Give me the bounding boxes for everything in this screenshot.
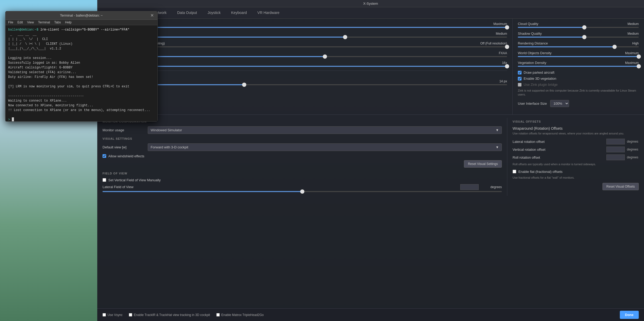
shadow-quality-label: Shadow Quality bbox=[518, 32, 618, 36]
aniso-value: 16x bbox=[486, 61, 507, 65]
rendering-distance-value: High bbox=[618, 42, 639, 45]
flat-offsets-desc: Use fractional offsets for a flat "wall"… bbox=[513, 176, 639, 180]
tab-vr-hardware[interactable]: VR Hardware bbox=[252, 7, 285, 18]
aniso-row: Anisotropic Filtering 16x bbox=[103, 61, 507, 67]
font-size-row: Font Size 14 px bbox=[103, 79, 507, 85]
font-size-value: 14 px bbox=[486, 79, 507, 83]
tab-data-output[interactable]: Data Output bbox=[172, 7, 202, 18]
default-view-label: Default view [w] bbox=[103, 145, 145, 149]
shadow-quality-slider[interactable] bbox=[518, 37, 639, 38]
visual-settings-header: VISUAL SETTINGS bbox=[103, 137, 502, 140]
set-vertical-fov-checkbox[interactable] bbox=[103, 178, 106, 182]
reset-visual-settings-row: Reset Visual Settings bbox=[103, 160, 502, 168]
terminal-close-button[interactable]: ✕ bbox=[149, 13, 155, 18]
windshield-checkbox[interactable] bbox=[103, 154, 106, 158]
lateral-fov-slider[interactable] bbox=[103, 191, 502, 192]
tab-joystick[interactable]: Joystick bbox=[202, 7, 226, 18]
settings-titlebar: X-System bbox=[97, 0, 644, 7]
enable-flat-offsets-label: Enable flat (fractional) offsets bbox=[518, 170, 563, 174]
enable-flat-offsets-row: Enable flat (fractional) offsets bbox=[513, 170, 639, 174]
roll-rotation-row: Roll rotation offset 0.00 degrees bbox=[513, 154, 639, 160]
default-view-dropdown[interactable]: Forward with 3-D cockpit ▼ bbox=[148, 143, 502, 151]
vertical-rotation-input[interactable]: 0.00 bbox=[606, 147, 625, 152]
vegetation-density-label: Vegetation Density bbox=[518, 61, 618, 65]
use-zink-row: Use Zink plugin bridge bbox=[518, 83, 639, 87]
scrollable-area: Texture Quality Maximum bbox=[97, 19, 644, 308]
cloud-quality-slider[interactable] bbox=[518, 27, 639, 28]
ssao-row: Ambient Occlusion Quality (SSAO) Medium bbox=[103, 32, 507, 38]
aa-label: Anti-aliasing bbox=[103, 51, 486, 55]
monitor-usage-value: Windowed Simulator bbox=[151, 128, 182, 132]
tab-keyboard[interactable]: Keyboard bbox=[226, 7, 252, 18]
shadow-quality-value: Medium bbox=[618, 32, 639, 36]
terminal-menu-edit[interactable]: Edit bbox=[17, 21, 23, 24]
roll-rotation-unit: degrees bbox=[627, 156, 639, 159]
terminal-menu-help[interactable]: Help bbox=[65, 21, 72, 24]
world-objects-label: World Objects Density bbox=[518, 51, 618, 55]
set-vertical-fov-label: Set Vertical Field of View Manually bbox=[108, 178, 161, 182]
enable-3d-veg-row: Enable 3D vegetation bbox=[518, 77, 639, 81]
terminal-menu-file[interactable]: File bbox=[8, 21, 13, 24]
rendering-distance-row: Rendering Distance High bbox=[518, 41, 639, 47]
draw-parked-checkbox[interactable] bbox=[518, 71, 522, 74]
done-button[interactable]: Done bbox=[620, 311, 639, 319]
aa-slider[interactable] bbox=[103, 56, 507, 57]
reset-visual-offsets-button[interactable]: Reset Visual Offsets bbox=[602, 183, 639, 190]
terminal-title: Terminal - ballen@debian: ~ bbox=[13, 13, 149, 17]
texture-quality-value: Maximum bbox=[486, 22, 507, 26]
aniso-slider[interactable] bbox=[103, 66, 507, 67]
rendering-distance-slider[interactable] bbox=[518, 46, 639, 47]
ssao-slider[interactable] bbox=[103, 37, 507, 38]
vegetation-density-value: Maximum bbox=[618, 61, 639, 65]
roll-rotation-input[interactable]: 0.00 bbox=[606, 154, 625, 160]
graphics-sliders-section: Texture Quality Maximum bbox=[97, 19, 644, 114]
lateral-rotation-input[interactable]: 0.00 bbox=[606, 139, 625, 144]
monitor-usage-dropdown[interactable]: Windowed Simulator ▼ bbox=[148, 126, 502, 134]
windshield-label: Allow windshield effects bbox=[108, 154, 144, 158]
vertical-rotation-unit: degrees bbox=[627, 148, 639, 151]
draw-parked-row: Draw parked aircraft bbox=[518, 71, 639, 74]
terminal-menu-tabs[interactable]: Tabs bbox=[54, 21, 61, 24]
ui-size-row: User Interface Size 75% 100% 125% 150% bbox=[518, 100, 639, 107]
use-zink-checkbox[interactable] bbox=[518, 83, 522, 87]
enable-3d-veg-label: Enable 3D vegetation bbox=[524, 77, 556, 81]
zink-note: Zink is not supported on this computer b… bbox=[518, 89, 639, 97]
enable-flat-offsets-checkbox[interactable] bbox=[513, 170, 516, 173]
monitor-usage-row: Monitor usage Windowed Simulator ▼ bbox=[103, 126, 502, 134]
texture-quality-slider[interactable] bbox=[103, 27, 507, 28]
terminal-body: ballen@debian:~$ lrm-client --callsign="… bbox=[6, 25, 157, 121]
graphics-right-col: Cloud Quality Medium S bbox=[513, 19, 644, 114]
matrox-checkbox[interactable] bbox=[216, 313, 220, 317]
default-view-chevron: ▼ bbox=[495, 145, 499, 149]
fsr-label: Monitor Resolution (FSR Supersampling) bbox=[103, 41, 480, 45]
draw-parked-label: Draw parked aircraft bbox=[524, 71, 554, 74]
reset-visual-settings-button[interactable]: Reset Visual Settings bbox=[464, 160, 502, 168]
trackir-checkbox[interactable] bbox=[129, 313, 132, 317]
terminal-menu-view[interactable]: View bbox=[27, 21, 34, 24]
monitor-right: VISUAL OFFSETS Wraparound (Rotation) Off… bbox=[507, 118, 639, 196]
lateral-fov-input[interactable]: 98.31 bbox=[460, 184, 479, 190]
monitor-usage-chevron: ▼ bbox=[495, 128, 499, 132]
settings-window: X-System Sound Graphics Network Data Out… bbox=[97, 0, 644, 321]
use-vsync-label: Use Vsync bbox=[108, 313, 122, 317]
lateral-rotation-label: Lateral rotation offset bbox=[513, 140, 604, 144]
use-vsync-checkbox[interactable] bbox=[103, 313, 106, 317]
rendering-distance-label: Rendering Distance bbox=[518, 41, 618, 45]
enable-3d-veg-checkbox[interactable] bbox=[518, 77, 522, 81]
terminal-menu-terminal[interactable]: Terminal bbox=[38, 21, 50, 24]
ssao-value: Medium bbox=[486, 32, 507, 36]
terminal-window: Terminal - ballen@debian: ~ ✕ File Edit … bbox=[5, 11, 158, 122]
fsr-slider[interactable] bbox=[103, 46, 507, 47]
vertical-rotation-label: Vertical rotation offset bbox=[513, 148, 604, 152]
lateral-fov-unit: degrees bbox=[481, 185, 502, 189]
set-vertical-fov-row: Set Vertical Field of View Manually bbox=[103, 178, 502, 182]
ui-size-select[interactable]: 75% 100% 125% 150% bbox=[550, 100, 569, 107]
default-view-value: Forward with 3-D cockpit bbox=[151, 145, 188, 149]
world-objects-row: World Objects Density Maximum bbox=[518, 51, 639, 57]
vegetation-density-slider[interactable] bbox=[518, 66, 639, 67]
wraparound-title: Wraparound (Rotation) Offsets bbox=[513, 126, 639, 131]
monitor-usage-label: Monitor usage bbox=[103, 128, 145, 132]
vegetation-density-row: Vegetation Density Maximum bbox=[518, 61, 639, 67]
font-size-slider[interactable] bbox=[103, 84, 507, 85]
world-objects-slider[interactable] bbox=[518, 56, 639, 57]
